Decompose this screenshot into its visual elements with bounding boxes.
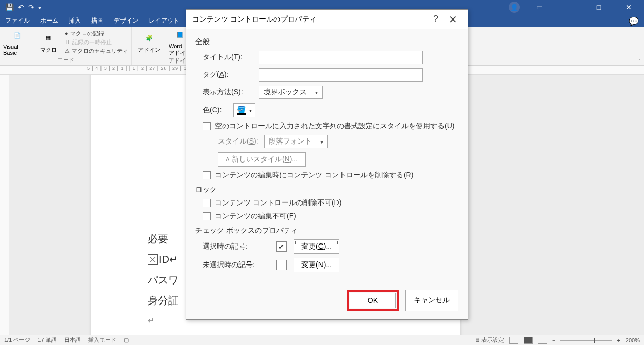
addin-label: アドイン — [138, 46, 160, 54]
ribbon-options-icon[interactable]: ▭ — [529, 3, 550, 11]
checkbox-props-label: チェック ボックスのプロパティ — [195, 226, 458, 235]
use-style-label: 空のコントロールに入力された文字列の書式設定にスタイルを使用する(U) — [215, 121, 454, 131]
close-window-button[interactable]: ✕ — [618, 3, 639, 11]
lock-edit-checkbox[interactable] — [203, 212, 211, 220]
paragraph-mark: ↵ — [148, 311, 178, 331]
paint-bucket-icon: 🪣 — [237, 106, 246, 115]
chevron-down-icon: ▾ — [311, 90, 322, 95]
view-print-button[interactable] — [524, 337, 533, 344]
statusbar: 1/1 ページ 17 単語 日本語 挿入モード ▢ 🖥 表示設定 − + 200… — [0, 335, 644, 345]
macros-button[interactable]: ▦ マクロ — [34, 28, 63, 56]
status-words[interactable]: 17 単語 — [37, 336, 56, 344]
tab-file[interactable]: ファイル — [0, 14, 35, 27]
content-control-checkbox[interactable] — [148, 254, 158, 265]
use-style-checkbox[interactable] — [203, 122, 211, 130]
doc-line-2[interactable]: ID↵ — [148, 249, 178, 270]
change-checked-button[interactable]: 変更(C)... — [294, 239, 339, 254]
color-picker-button[interactable]: 🪣 ▾ — [233, 103, 255, 117]
new-style-icon: A̲ — [226, 156, 230, 163]
ribbon-group-code: 📄 Visual Basic ▦ マクロ ●マクロの記録 ⏸記録の一時停止 ⚠マ… — [0, 27, 132, 65]
undo-icon[interactable]: ↶ — [18, 3, 24, 11]
show-as-combo[interactable]: 境界ボックス ▾ — [259, 86, 323, 99]
macros-label: マクロ — [40, 46, 57, 54]
word-addin-icon: 📘 — [173, 28, 187, 42]
zoom-out-button[interactable]: − — [552, 337, 555, 343]
lock-delete-checkbox[interactable] — [203, 199, 211, 207]
zoom-slider[interactable] — [560, 340, 612, 341]
unchecked-symbol-preview — [276, 260, 287, 270]
checked-symbol-preview — [276, 241, 287, 252]
doc-line-1[interactable]: 必要​ — [148, 229, 178, 249]
tab-layout[interactable]: レイアウト — [144, 14, 185, 27]
new-style-button: A̲ 新しいスタイル(N)... — [218, 152, 306, 167]
doc-line-4[interactable]: 身分証 — [148, 290, 178, 311]
unchecked-symbol-label: 未選択時の記号: — [203, 260, 269, 270]
lock-group-label: ロック — [195, 185, 458, 194]
chevron-down-icon: ▾ — [249, 108, 252, 113]
show-as-value: 境界ボックス — [259, 88, 311, 97]
pause-icon: ⏸ — [65, 39, 70, 45]
general-group-label: 全般 — [195, 37, 458, 47]
dialog-close-button[interactable]: ✕ — [445, 13, 461, 26]
tab-design[interactable]: デザイン — [109, 14, 144, 27]
checked-symbol-label: 選択時の記号: — [203, 242, 269, 251]
display-settings[interactable]: 🖥 表示設定 — [474, 336, 504, 344]
save-icon[interactable]: 💾 — [5, 3, 14, 11]
chevron-down-icon: ▾ — [316, 139, 327, 145]
page-content[interactable]: 必要​ ID↵ パスワ 身分証 ↵ — [148, 229, 178, 331]
collapse-ribbon-icon[interactable]: ˄ — [638, 58, 641, 64]
visual-basic-button[interactable]: 📄 Visual Basic — [3, 28, 32, 56]
zoom-level[interactable]: 200% — [626, 337, 640, 343]
addins-button[interactable]: 🧩 アドイン — [135, 28, 164, 57]
vb-icon: 📄 — [10, 28, 25, 43]
ok-highlight-annotation: OK — [347, 290, 399, 311]
maximize-button[interactable]: □ — [589, 3, 609, 11]
zoom-in-button[interactable]: + — [617, 337, 620, 343]
macro-security-button[interactable]: ⚠マクロのセキュリティ — [65, 47, 128, 55]
qat-dropdown-icon[interactable]: ▾ — [38, 5, 41, 10]
tag-label: タグ(A): — [203, 70, 259, 79]
vertical-ruler[interactable] — [0, 75, 9, 335]
lock-edit-label: コンテンツの編集不可(E) — [215, 212, 296, 221]
dialog-titlebar: コンテンツ コントロールのプロパティ ? ✕ — [186, 10, 468, 29]
share-icon[interactable]: 💬 — [623, 14, 644, 27]
title-label: タイトル(T): — [203, 53, 259, 62]
style-value: 段落フォント — [265, 137, 316, 146]
account-avatar[interactable]: 👤 — [509, 2, 520, 13]
remove-on-edit-checkbox[interactable] — [203, 171, 211, 179]
show-as-label: 表示方法(S): — [203, 88, 259, 97]
record-icon: ● — [65, 30, 68, 36]
style-combo: 段落フォント ▾ — [264, 135, 328, 148]
doc-line-3[interactable]: パスワ — [148, 270, 178, 290]
change-unchecked-button[interactable]: 変更(N)... — [294, 258, 339, 272]
view-read-button[interactable] — [509, 337, 518, 344]
style-label: スタイル(S): — [218, 137, 264, 146]
status-lang[interactable]: 日本語 — [64, 336, 81, 344]
title-input[interactable] — [259, 51, 423, 64]
tab-draw[interactable]: 描画 — [86, 14, 109, 27]
dialog-help-button[interactable]: ? — [427, 14, 445, 25]
security-icon: ⚠ — [65, 48, 70, 54]
redo-icon[interactable]: ↷ — [28, 3, 34, 11]
ok-button[interactable]: OK — [350, 293, 396, 308]
vb-label: Visual Basic — [3, 44, 32, 56]
tag-input[interactable] — [259, 68, 423, 82]
record-macro-button[interactable]: ●マクロの記録 — [65, 30, 128, 37]
tab-home[interactable]: ホーム — [35, 14, 64, 27]
status-insert-mode[interactable]: 挿入モード — [88, 336, 116, 344]
status-page[interactable]: 1/1 ページ — [4, 336, 30, 344]
color-label: 色(C): — [203, 106, 233, 115]
addin-icon: 🧩 — [142, 31, 156, 45]
tab-insert[interactable]: 挿入 — [64, 14, 86, 27]
minimize-button[interactable]: — — [559, 3, 579, 11]
status-macro-icon[interactable]: ▢ — [124, 337, 129, 343]
cancel-button[interactable]: キャンセル — [405, 290, 458, 311]
dialog-title: コンテンツ コントロールのプロパティ — [192, 15, 316, 24]
lock-delete-label: コンテンツ コントロールの削除不可(D) — [215, 198, 341, 208]
pause-record-button: ⏸記録の一時停止 — [65, 38, 128, 46]
remove-on-edit-label: コンテンツの編集時にコンテンツ コントロールを削除する(R) — [215, 171, 413, 180]
code-group-label: コード — [3, 56, 128, 65]
view-web-button[interactable] — [538, 337, 547, 344]
content-control-properties-dialog: コンテンツ コントロールのプロパティ ? ✕ 全般 タイトル(T): タグ(A)… — [186, 9, 468, 320]
macros-icon: ▦ — [41, 31, 55, 45]
